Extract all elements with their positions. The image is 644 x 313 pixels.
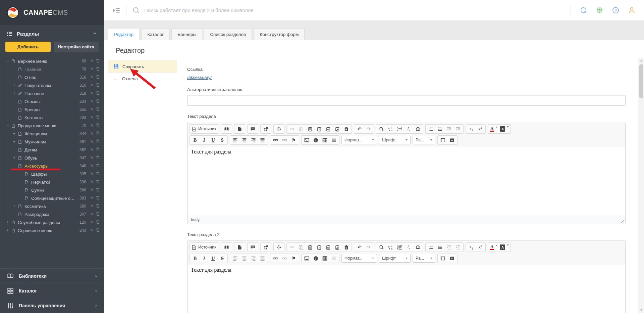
expand-toggle-icon[interactable]: + [12,83,16,88]
edit-icon[interactable]: ✎ [89,204,95,209]
clipboard-button[interactable] [342,243,351,251]
save-button[interactable]: Сохранить [108,60,177,73]
trash-icon[interactable] [95,139,101,144]
tree-item[interactable]: +Полезное318✎ [0,89,104,97]
video-button[interactable] [447,136,457,144]
tree-item[interactable]: +Служебные разделы120✎ [0,218,104,226]
section-link[interactable]: /aksessuary/ [187,75,212,80]
scroll-down-arrow[interactable]: ▼ [638,307,644,313]
trash-icon[interactable] [95,91,101,96]
strike-button[interactable]: S [218,254,227,262]
align-center-button[interactable] [240,136,249,144]
align-right-button[interactable] [249,136,258,144]
search-input[interactable] [144,7,359,13]
help-icon[interactable]: ? [612,7,619,14]
edit-icon[interactable]: ✎ [89,180,95,184]
edit-icon[interactable]: ✎ [89,172,95,176]
editor-content-area[interactable]: Текст для раздела [187,265,625,313]
export-button[interactable] [261,243,270,251]
expand-toggle-icon[interactable]: + [5,220,10,225]
bold-button[interactable]: B [191,136,200,144]
edit-icon[interactable]: ✎ [89,212,95,217]
tree-item[interactable]: Распродажа307✎ [0,210,104,218]
select-all-button[interactable] [395,125,404,133]
trash-icon[interactable] [95,83,101,88]
remove-format-button[interactable]: I× [404,125,413,133]
superscript-button[interactable]: x2 [476,125,485,133]
edit-icon[interactable]: ✎ [89,107,95,112]
trash-icon[interactable] [95,220,101,225]
trash-icon[interactable] [95,163,101,169]
panel-toggle-icon[interactable] [113,7,120,14]
flash-button[interactable]: f [311,136,320,144]
omega-button[interactable]: Ω [413,125,422,133]
template-button[interactable] [235,125,244,133]
sidebar-item-catalog[interactable]: Каталог› [0,283,104,298]
expand-toggle-icon[interactable]: + [12,91,16,96]
italic-button[interactable]: I [200,254,209,262]
tree-item[interactable]: −Продуктовое меню70✎ [0,122,104,130]
edit-icon[interactable]: ✎ [89,131,95,136]
globe-icon[interactable] [596,7,603,14]
edit-icon[interactable]: ✎ [89,220,95,225]
subscript-button[interactable]: x2 [467,243,476,251]
anchor-button[interactable]: ⚑ [289,136,298,144]
bulleted-list-button[interactable] [435,243,444,251]
tree-item[interactable]: Солнцезащитные о...383✎ [0,194,104,202]
tab-section-list[interactable]: Список разделов [204,28,252,40]
film-button[interactable] [438,254,447,262]
find-button[interactable] [377,125,386,133]
edit-icon[interactable]: ✎ [89,164,95,168]
edit-icon[interactable]: ✎ [89,75,95,80]
paste-button[interactable] [306,125,315,133]
cancel-button[interactable]: ← Отмена [108,73,177,85]
edit-icon[interactable]: ✎ [89,155,95,160]
tree-item[interactable]: Детям362✎ [0,146,104,154]
tree-item[interactable]: +Косметика380✎ [0,202,104,210]
trash-icon[interactable] [95,147,101,152]
edit-icon[interactable]: ✎ [89,196,95,200]
align-left-button[interactable] [231,254,240,262]
numbered-list-button[interactable]: 12 [426,125,435,133]
align-left-button[interactable] [231,136,240,144]
alt-title-input[interactable] [187,95,626,106]
paste-word-button[interactable]: W [324,125,333,133]
tree-item[interactable]: +Женщинам344✎ [0,130,104,138]
tree-item[interactable]: Сумки366✎ [0,186,104,194]
sidebar-item-control-panel[interactable]: Панель управления› [0,298,104,313]
preview-button[interactable] [222,125,231,133]
trash-icon[interactable] [95,204,101,209]
format-select[interactable]: Формат... [341,254,377,263]
undo-button[interactable]: ↶ [355,125,364,133]
collapse-toggle-icon[interactable]: − [5,59,10,63]
expand-toggle-icon[interactable]: + [5,228,10,233]
trash-icon[interactable] [95,187,101,193]
sidebar-item-libraries[interactable]: Библиотеки› [0,269,104,283]
add-button[interactable]: Добавить [5,42,51,52]
subscript-button[interactable]: x2 [467,125,476,133]
trash-icon[interactable] [95,75,101,80]
bold-button[interactable]: B [191,254,200,262]
replace-button[interactable]: ba [386,243,395,251]
tree-item[interactable]: −Верхнее меню69✎ [0,57,104,65]
paste-word-button[interactable]: W [324,243,333,251]
trash-icon[interactable] [95,179,101,185]
editor-content-area[interactable]: Текст для раздела [187,147,625,215]
superscript-button[interactable]: x2 [476,243,485,251]
align-justify-button[interactable] [258,136,267,144]
underline-button[interactable]: U [209,254,218,262]
bulleted-list-button[interactable] [435,125,444,133]
tab-banners[interactable]: Баннеры [171,28,202,40]
align-center-button[interactable] [240,254,249,262]
trash-icon[interactable] [95,228,101,233]
source-button[interactable]: <>Источник [191,243,218,251]
refresh-icon[interactable] [580,7,587,14]
template-button[interactable] [235,243,244,251]
text-color-button[interactable]: A [489,243,499,251]
site-settings-button[interactable]: Настройка сайта [54,42,99,52]
trash-icon[interactable] [95,131,101,136]
numbered-list-button[interactable]: 12 [426,243,435,251]
link-button[interactable] [271,254,280,262]
trash-icon[interactable] [95,212,101,217]
trash-icon[interactable] [95,123,101,128]
